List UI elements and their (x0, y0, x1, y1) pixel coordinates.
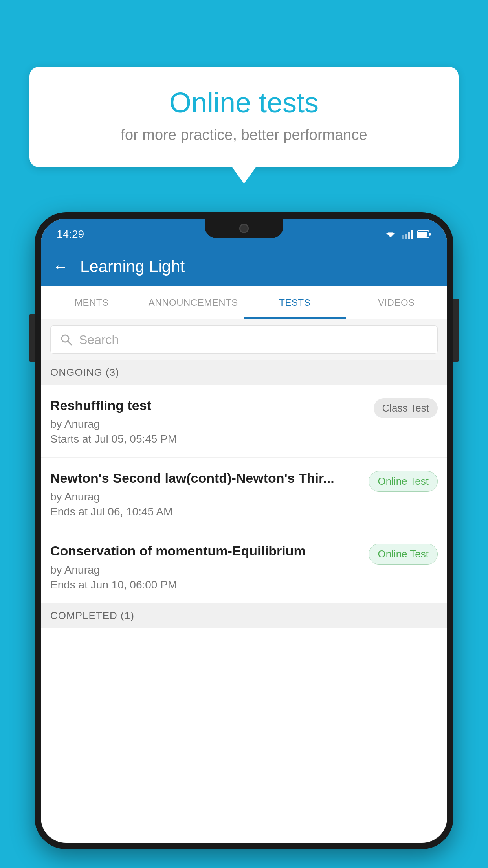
svg-rect-7 (418, 232, 427, 237)
phone-screen: 14:29 (41, 219, 447, 843)
signal-icon (402, 230, 413, 239)
search-input-wrap[interactable]: Search (50, 326, 438, 354)
test-title: Newton's Second law(contd)-Newton's Thir… (50, 469, 362, 487)
bubble-title: Online tests (53, 86, 435, 119)
completed-section-header: COMPLETED (1) (41, 603, 447, 628)
back-button[interactable]: ← (53, 258, 68, 276)
svg-line-10 (68, 341, 72, 345)
test-info: Conservation of momentum-Equilibrium by … (50, 542, 362, 591)
test-title: Reshuffling test (50, 397, 367, 414)
test-author: by Anurag (50, 564, 362, 576)
svg-rect-2 (402, 235, 404, 239)
search-container: Search (41, 319, 447, 360)
status-time: 14:29 (57, 225, 84, 241)
app-bar-title: Learning Light (80, 257, 185, 276)
status-icons (384, 226, 431, 239)
bubble-subtitle: for more practice, better performance (53, 127, 435, 143)
test-badge-online: Online Test (369, 471, 438, 492)
test-date: Ends at Jun 10, 06:00 PM (50, 579, 362, 591)
app-bar: ← Learning Light (41, 247, 447, 286)
search-placeholder: Search (79, 333, 119, 347)
svg-rect-8 (429, 233, 431, 236)
test-date: Starts at Jul 05, 05:45 PM (50, 433, 367, 445)
test-badge-class: Class Test (374, 398, 438, 418)
search-icon (60, 333, 73, 346)
test-author: by Anurag (50, 418, 367, 430)
svg-rect-3 (405, 234, 407, 239)
tab-announcements[interactable]: ANNOUNCEMENTS (143, 286, 244, 319)
test-item[interactable]: Newton's Second law(contd)-Newton's Thir… (41, 458, 447, 530)
wifi-icon (384, 230, 397, 239)
tab-tests[interactable]: TESTS (244, 286, 346, 319)
test-item[interactable]: Reshuffling test by Anurag Starts at Jul… (41, 385, 447, 458)
test-author: by Anurag (50, 491, 362, 503)
test-date: Ends at Jul 06, 10:45 AM (50, 506, 362, 518)
ongoing-section-header: ONGOING (3) (41, 360, 447, 385)
test-item[interactable]: Conservation of momentum-Equilibrium by … (41, 530, 447, 603)
phone-notch (205, 219, 283, 238)
phone-wrapper: 14:29 (35, 212, 453, 868)
battery-icon (417, 230, 431, 239)
test-info: Reshuffling test by Anurag Starts at Jul… (50, 397, 367, 445)
phone-outer: 14:29 (35, 212, 453, 849)
svg-rect-4 (408, 232, 410, 239)
svg-rect-5 (411, 230, 413, 239)
tab-videos[interactable]: VIDEOS (346, 286, 448, 319)
speech-bubble: Online tests for more practice, better p… (29, 67, 459, 167)
tab-ments[interactable]: MENTS (41, 286, 143, 319)
tabs-bar: MENTS ANNOUNCEMENTS TESTS VIDEOS (41, 286, 447, 319)
test-title: Conservation of momentum-Equilibrium (50, 542, 362, 559)
front-camera (239, 224, 249, 233)
test-info: Newton's Second law(contd)-Newton's Thir… (50, 469, 362, 518)
test-badge-online: Online Test (369, 544, 438, 565)
